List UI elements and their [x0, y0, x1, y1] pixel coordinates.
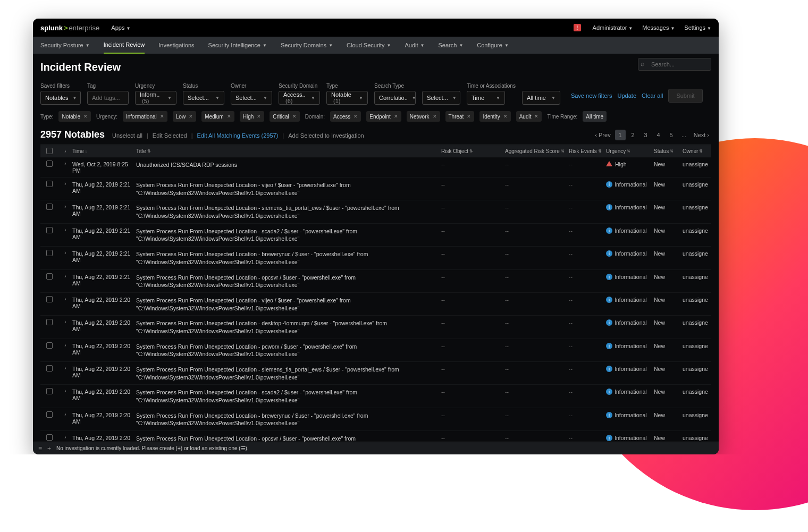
expand-row-icon[interactable]: ›	[64, 296, 66, 302]
expand-row-icon[interactable]: ›	[64, 250, 66, 256]
col-time-header[interactable]: Time↓	[72, 148, 136, 154]
apps-menu[interactable]: Apps▼	[111, 24, 130, 31]
unselect-all-link[interactable]: Unselect all	[112, 132, 142, 139]
expand-row-icon[interactable]: ›	[64, 319, 66, 325]
domain-filter-dropdown[interactable]: Access.. (6)▼	[279, 91, 320, 105]
chip-urg-critical[interactable]: Critical✕	[270, 111, 300, 122]
row-checkbox[interactable]	[46, 342, 53, 349]
col-urg-header[interactable]: Urgency⇅	[606, 148, 654, 154]
chip-dom-threat[interactable]: Threat✕	[445, 111, 475, 122]
search-input[interactable]	[638, 58, 711, 71]
tag-input[interactable]	[87, 91, 129, 105]
expand-row-icon[interactable]: ›	[64, 181, 66, 187]
pager-next[interactable]: Next ›	[692, 132, 711, 138]
assoc-filter-dropdown[interactable]: Time▼	[467, 91, 505, 105]
cell-agg: --	[505, 273, 569, 280]
edit-all-link[interactable]: Edit All Matching Events (2957)	[197, 132, 279, 139]
expand-row-icon[interactable]: ›	[64, 365, 66, 371]
col-evt-header[interactable]: Risk Events⇅	[569, 148, 606, 154]
pager-page-3[interactable]: 3	[641, 130, 651, 140]
urgency-filter-dropdown[interactable]: Inform.. (5)▼	[135, 91, 176, 105]
pager-page-2[interactable]: 2	[628, 130, 638, 140]
nav-security-domains[interactable]: Security Domains▼	[281, 37, 333, 54]
expand-row-icon[interactable]: ›	[64, 161, 66, 166]
update-filters-link[interactable]: Update	[618, 92, 636, 99]
expand-row-icon[interactable]: ›	[64, 227, 66, 233]
row-checkbox[interactable]	[46, 204, 53, 210]
alltime-filter-dropdown[interactable]: All time▼	[522, 91, 560, 105]
messages-menu[interactable]: Messages▼	[642, 24, 675, 31]
submit-button[interactable]: Submit	[668, 89, 702, 103]
row-checkbox[interactable]	[46, 319, 53, 325]
expand-row-icon[interactable]: ›	[64, 434, 66, 440]
pager-prev[interactable]: ‹ Prev	[593, 132, 612, 138]
settings-menu[interactable]: Settings▼	[684, 24, 711, 31]
chip-dom-audit[interactable]: Audit✕	[516, 111, 542, 122]
clear-filters-link[interactable]: Clear all	[642, 92, 663, 99]
search-type2-filter-dropdown[interactable]: Select...▼	[422, 91, 460, 105]
col-own-header[interactable]: Owner⇅	[683, 148, 711, 154]
nav-security-posture[interactable]: Security Posture▼	[40, 37, 90, 54]
chip-dom-identity[interactable]: Identity✕	[479, 111, 510, 122]
expand-all-icon[interactable]: ›	[64, 148, 66, 154]
row-checkbox[interactable]	[46, 388, 53, 394]
main-nav: Security Posture▼Incident ReviewInvestig…	[33, 37, 719, 54]
owner-filter-dropdown[interactable]: Select...▼	[231, 91, 272, 105]
type-filter-dropdown[interactable]: Notable (1)▼	[326, 91, 368, 105]
nav-incident-review[interactable]: Incident Review	[104, 37, 145, 54]
pager-dots[interactable]: ...	[679, 130, 689, 140]
chip-urg-informational[interactable]: Informational✕	[123, 111, 167, 122]
select-all-checkbox[interactable]	[46, 148, 53, 154]
admin-menu[interactable]: Administrator▼	[593, 24, 633, 31]
pager-page-1[interactable]: 1	[615, 130, 626, 140]
pager-page-5[interactable]: 5	[666, 130, 677, 140]
col-title-header[interactable]: Title⇅	[136, 148, 441, 154]
pager-page-4[interactable]: 4	[653, 130, 664, 140]
urgency-info-icon: i	[606, 412, 612, 418]
chip-dom-network[interactable]: Network✕	[407, 111, 440, 122]
expand-row-icon[interactable]: ›	[64, 204, 66, 209]
row-checkbox[interactable]	[46, 434, 53, 441]
chip-urg-low[interactable]: Low✕	[173, 111, 196, 122]
row-checkbox[interactable]	[46, 365, 53, 371]
row-checkbox[interactable]	[46, 181, 53, 187]
chip-dom-endpoint[interactable]: Endpoint✕	[366, 111, 401, 122]
col-risk-header[interactable]: Risk Object⇅	[441, 148, 505, 154]
nav-configure[interactable]: Configure▼	[477, 37, 509, 54]
cell-title: System Process Run From Unexpected Locat…	[136, 204, 441, 219]
expand-row-icon[interactable]: ›	[64, 411, 66, 417]
chip-urg-high[interactable]: High✕	[240, 111, 265, 122]
add-investigation-link[interactable]: Add Selected to Investigation	[288, 132, 364, 139]
row-checkbox[interactable]	[46, 296, 53, 302]
nav-cloud-security[interactable]: Cloud Security▼	[347, 37, 391, 54]
cell-time: Thu, Aug 22, 2019 2:20 AM	[72, 319, 136, 332]
footer-add-icon[interactable]: +	[47, 445, 51, 452]
save-filters-link[interactable]: Save new filters	[571, 92, 612, 99]
search-type-filter-dropdown[interactable]: Correlatio..▼	[374, 91, 416, 105]
cell-time: Thu, Aug 22, 2019 2:20 AM	[72, 388, 136, 401]
nav-audit[interactable]: Audit▼	[405, 37, 425, 54]
chip-dom-access[interactable]: Access✕	[330, 111, 361, 122]
col-stat-header[interactable]: Status⇅	[654, 148, 683, 154]
chip-timerange[interactable]: All time	[583, 111, 607, 122]
cell-urgency: iInformational	[606, 204, 654, 210]
row-checkbox[interactable]	[46, 250, 53, 256]
warning-badge[interactable]: !	[574, 24, 581, 31]
saved-filters-dropdown[interactable]: Notables▼	[40, 91, 81, 105]
col-agg-header[interactable]: Aggregated Risk Score⇅	[505, 148, 569, 154]
nav-search[interactable]: Search▼	[439, 37, 464, 54]
row-checkbox[interactable]	[46, 411, 53, 418]
expand-row-icon[interactable]: ›	[64, 342, 66, 348]
row-checkbox[interactable]	[46, 161, 53, 167]
expand-row-icon[interactable]: ›	[64, 273, 66, 279]
row-checkbox[interactable]	[46, 227, 53, 233]
edit-selected-link[interactable]: Edit Selected	[153, 132, 187, 139]
nav-investigations[interactable]: Investigations	[158, 37, 194, 54]
chip-urg-medium[interactable]: Medium✕	[201, 111, 234, 122]
nav-security-intelligence[interactable]: Security Intelligence▼	[208, 37, 267, 54]
row-checkbox[interactable]	[46, 273, 53, 280]
footer-menu-icon[interactable]: ≡	[38, 445, 42, 452]
expand-row-icon[interactable]: ›	[64, 388, 66, 394]
status-filter-dropdown[interactable]: Select...▼	[183, 91, 224, 105]
chip-type-notable[interactable]: Notable✕	[58, 111, 90, 122]
